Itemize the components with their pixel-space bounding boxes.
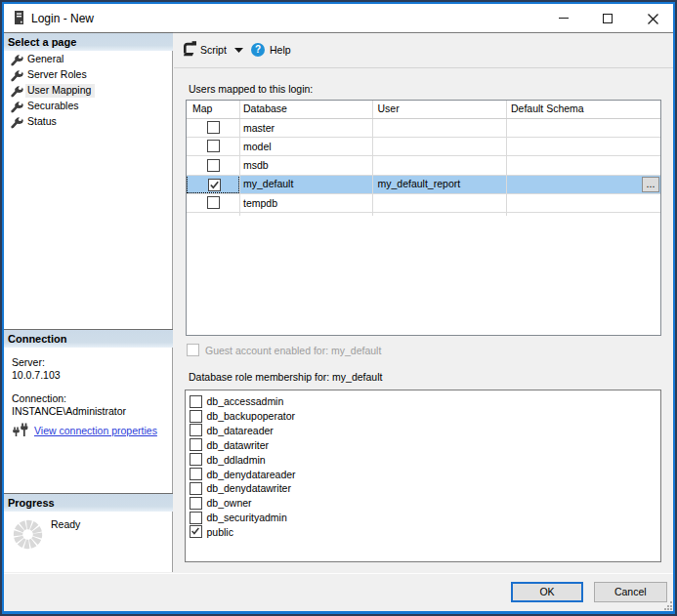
svg-text:?: ? — [254, 44, 260, 55]
